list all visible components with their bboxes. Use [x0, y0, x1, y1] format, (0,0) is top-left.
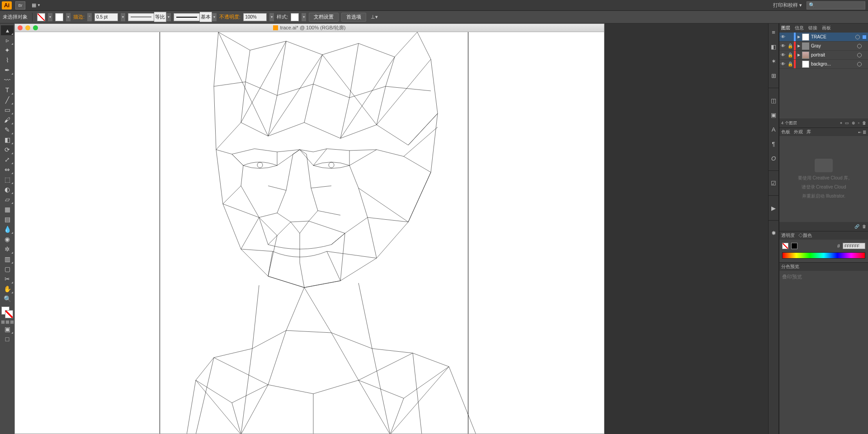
brush-def[interactable] [174, 13, 200, 21]
canvas[interactable] [15, 32, 604, 434]
color-panel-tabs[interactable]: 透明度 ◇颜色 [779, 231, 868, 240]
tab-swatches[interactable]: 色板 [781, 129, 790, 135]
graphic-style-swatch[interactable] [291, 13, 299, 21]
preferences-button[interactable]: 首选项 [341, 13, 366, 22]
opacity-input[interactable]: 100% [243, 13, 267, 21]
shape-builder-tool[interactable]: ◐ [1, 184, 14, 194]
line-tool[interactable]: ╱ [1, 95, 14, 105]
selection-tool[interactable]: ▴ [1, 25, 14, 35]
tab-links[interactable]: 链接 [808, 25, 817, 31]
panel-icon-play[interactable]: ▶ [769, 204, 778, 212]
layer-row-portrait[interactable]: 👁 🔒 ▶ portrait [779, 51, 868, 60]
search-input[interactable] [817, 3, 863, 8]
delete-layer-icon[interactable]: 🗑 [862, 121, 866, 126]
graphic-style-dropdown[interactable]: ▼ [302, 13, 306, 21]
fill-dropdown[interactable]: ▼ [48, 13, 52, 21]
tab-transparency[interactable]: 透明度 [781, 232, 795, 239]
panel-icon-2[interactable]: ◧ [769, 42, 778, 51]
symbol-sprayer-tool[interactable]: ✲ [1, 244, 14, 254]
locate-layer-icon[interactable]: ⌖ [840, 121, 842, 126]
align-to-icon[interactable]: ⊥▾ [371, 14, 378, 20]
color-mode-boxes[interactable] [1, 320, 14, 324]
gradient-tool[interactable]: ▤ [1, 214, 14, 224]
brush-dropdown[interactable]: ▼ [212, 13, 217, 21]
direct-selection-tool[interactable]: ▹ [1, 35, 14, 45]
stroke-profile-dropdown[interactable]: ▼ [166, 13, 171, 21]
document-titlebar[interactable]: trace.ai* @ 100% (RGB/轮廓) [15, 24, 604, 32]
artboard-tool[interactable]: ▢ [1, 264, 14, 274]
lock-toggle[interactable]: 🔒 [787, 61, 794, 66]
arrange-docs-menu[interactable]: ▦▼ [29, 1, 43, 9]
lasso-tool[interactable]: ⌇ [1, 55, 14, 65]
slice-tool[interactable]: ✂ [1, 274, 14, 284]
screen-mode[interactable]: ▣ [1, 324, 14, 334]
stroke-weight-dropdown[interactable]: ▼ [121, 13, 125, 21]
paintbrush-tool[interactable]: 🖌 [1, 115, 14, 125]
visibility-toggle[interactable]: 👁 [779, 52, 787, 57]
panel-icon-gear[interactable]: ✸ [769, 229, 778, 237]
blend-tool[interactable]: ◉ [1, 234, 14, 244]
stroke-profile[interactable] [128, 13, 154, 21]
mesh-tool[interactable]: ▦ [1, 204, 14, 214]
perspective-tool[interactable]: ▱ [1, 194, 14, 204]
panel-icon-3[interactable]: ✶ [769, 57, 778, 65]
opacity-label[interactable]: 不透明度: [219, 14, 241, 20]
window-maximize-button[interactable] [33, 25, 38, 30]
eyedropper-tool[interactable]: 💧 [1, 224, 14, 234]
lib-link-icon[interactable]: 🔗 [854, 224, 859, 229]
layers-panel-tabs[interactable]: 图层 信息 链接 画板 [779, 24, 868, 33]
type-panel-icon[interactable]: A [769, 125, 778, 133]
view-icons[interactable]: ▪▫ ≣ [858, 130, 866, 135]
tab-libraries[interactable]: 库 [807, 129, 811, 135]
paragraph-panel-icon[interactable]: ¶ [769, 140, 778, 148]
stroke-label[interactable]: 描边: [73, 14, 85, 20]
zoom-tool[interactable]: 🔍 [1, 294, 14, 304]
panel-icon-6[interactable]: ▣ [769, 111, 778, 119]
layer-row-trace[interactable]: 👁 ▶ TRACE [779, 33, 868, 42]
disclosure-icon[interactable]: ▶ [796, 44, 802, 48]
color-spectrum[interactable] [782, 252, 865, 259]
pencil-tool[interactable]: ✎ [1, 125, 14, 135]
color-stroke-swatch[interactable] [791, 243, 797, 249]
hex-input[interactable]: FFFFFF [843, 243, 865, 249]
search-box[interactable]: 🔍 [807, 1, 865, 9]
new-sublayer-icon[interactable]: ⊕ [852, 121, 855, 126]
target-icon[interactable] [855, 35, 860, 39]
hand-tool[interactable]: ✋ [1, 284, 14, 294]
lib-delete-icon[interactable]: 🗑 [862, 224, 866, 229]
width-tool[interactable]: ⇔ [1, 165, 14, 175]
workspace-switcher[interactable]: 打印和校样 ▾ [771, 1, 804, 9]
sep-preview-tabs[interactable]: 分色预览 [779, 263, 868, 271]
target-icon[interactable] [857, 62, 862, 66]
bridge-icon[interactable]: Br [15, 1, 25, 9]
disclosure-icon[interactable]: ▶ [796, 53, 802, 57]
fill-swatch[interactable] [37, 13, 45, 21]
free-transform-tool[interactable]: ⬚ [1, 175, 14, 184]
panel-icon-check[interactable]: ☑ [769, 179, 778, 187]
type-tool[interactable]: T [1, 85, 14, 95]
tab-artboards[interactable]: 画板 [822, 25, 831, 31]
rectangle-tool[interactable]: ▭ [1, 105, 14, 115]
fill-stroke-control[interactable] [1, 307, 13, 318]
curve-tool[interactable]: 〰 [1, 75, 14, 85]
window-close-button[interactable] [18, 25, 23, 30]
stroke-swatch[interactable] [55, 13, 63, 21]
color-fill-swatch[interactable] [782, 243, 788, 249]
stroke-swatch-dropdown[interactable]: ▼ [66, 13, 71, 21]
opacity-dropdown[interactable]: ▼ [269, 13, 274, 21]
stroke-weight-input[interactable]: 0.5 pt [94, 13, 118, 21]
window-minimize-button[interactable] [25, 25, 30, 30]
graph-tool[interactable]: ▥ [1, 254, 14, 264]
lock-toggle[interactable]: 🔒 [787, 52, 794, 57]
layer-row-background[interactable]: 👁 🔒 backgro... [779, 60, 868, 69]
panel-icon-4[interactable]: ⊞ [769, 71, 778, 80]
swatch-panel-tabs[interactable]: 色板 外观 库 ▪▫ ≣ [779, 128, 868, 136]
tab-color[interactable]: ◇颜色 [798, 232, 812, 239]
visibility-toggle[interactable]: 👁 [779, 43, 787, 48]
change-screen-mode[interactable]: □ [1, 334, 14, 344]
visibility-toggle[interactable]: 👁 [779, 34, 787, 39]
document-setup-button[interactable]: 文档设置 [309, 13, 339, 22]
magic-wand-tool[interactable]: ✦ [1, 45, 14, 55]
tab-sep-preview[interactable]: 分色预览 [781, 264, 799, 270]
layers-list[interactable]: 👁 ▶ TRACE 👁 🔒 ▶ Gray 👁 🔒 ▶ portrait [779, 33, 868, 69]
